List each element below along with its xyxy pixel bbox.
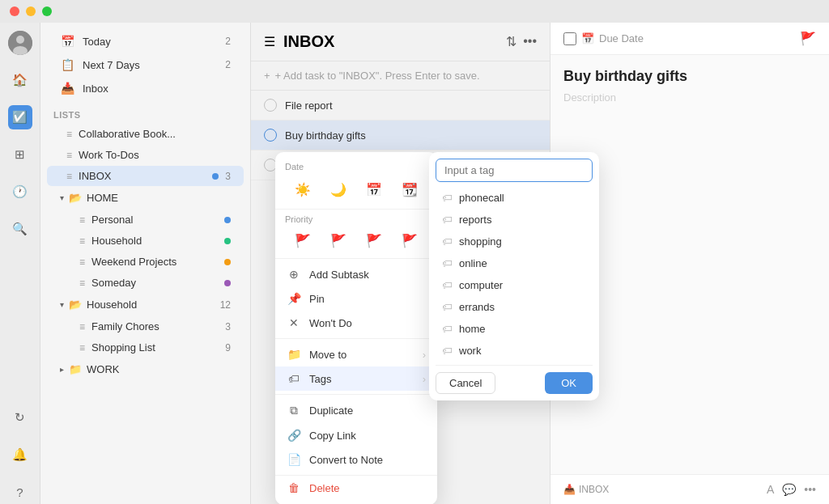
group-work-label: WORK bbox=[87, 363, 231, 375]
calendar-icon: 📅 bbox=[581, 32, 594, 44]
list-work-todos[interactable]: ≡ Work To-Dos bbox=[47, 145, 244, 165]
home-folder-icon: 📂 bbox=[69, 192, 82, 204]
date-schedule-icon[interactable]: 📆 bbox=[398, 178, 421, 201]
tags-ok-button[interactable]: OK bbox=[545, 372, 593, 394]
tag-work[interactable]: 🏷 work bbox=[436, 340, 593, 362]
nav-icon-help[interactable]: ? bbox=[8, 480, 32, 504]
ctx-duplicate[interactable]: ⧉ Duplicate bbox=[275, 398, 437, 423]
tag-icon: 🏷 bbox=[442, 192, 453, 204]
tags-cancel-button[interactable]: Cancel bbox=[436, 372, 495, 394]
weekend-dot bbox=[224, 259, 231, 265]
date-moon-icon[interactable]: 🌙 bbox=[327, 178, 350, 201]
footer-actions: A 💬 ••• bbox=[767, 483, 816, 496]
nav-today[interactable]: 📅 Today 2 bbox=[47, 30, 244, 53]
nav-icon-clock[interactable]: 🕐 bbox=[8, 180, 32, 204]
sidebar-main: 📅 Today 2 📋 Next 7 Days 2 📥 Inbox Lists … bbox=[40, 23, 250, 504]
date-sun-icon[interactable]: ☀️ bbox=[291, 178, 314, 201]
family-chores-count: 3 bbox=[225, 321, 231, 332]
tag-phonecall[interactable]: 🏷 phonecall bbox=[436, 187, 593, 209]
group-household-count: 12 bbox=[220, 299, 231, 311]
list-collaborative-label: Collaborative Book... bbox=[79, 128, 231, 140]
nav-next7days[interactable]: 📋 Next 7 Days 2 bbox=[47, 53, 244, 76]
ctx-delete[interactable]: 🗑 Delete bbox=[275, 476, 437, 500]
list-personal-label: Personal bbox=[91, 214, 218, 226]
list-weekend[interactable]: ≡ Weekend Projects bbox=[47, 252, 244, 272]
list-icon: ≡ bbox=[66, 171, 72, 182]
ctx-add-subtask[interactable]: ⊕ Add Subtask bbox=[275, 262, 437, 286]
list-family-chores[interactable]: ≡ Family Chores 3 bbox=[47, 316, 244, 337]
tag-home[interactable]: 🏷 home bbox=[436, 318, 593, 340]
footer-format-icon[interactable]: A bbox=[767, 483, 774, 496]
ctx-tags-label: Tags bbox=[309, 373, 414, 385]
list-collaborative[interactable]: ≡ Collaborative Book... bbox=[47, 124, 244, 144]
maximize-button[interactable] bbox=[42, 6, 52, 16]
sidebar-icons: 🏠 ☑️ ⊞ 🕐 🔍 ↻ 🔔 ? bbox=[0, 23, 40, 504]
list-shopping-list[interactable]: ≡ Shopping List 9 bbox=[47, 337, 244, 358]
nav-inbox[interactable]: 📥 Inbox bbox=[47, 77, 244, 100]
detail-checkbox[interactable] bbox=[563, 32, 576, 45]
footer-more-icon[interactable]: ••• bbox=[804, 483, 816, 496]
due-date-label: Due Date bbox=[599, 32, 644, 44]
list-household-home[interactable]: ≡ Household bbox=[47, 231, 244, 251]
tag-icon: 🏷 bbox=[442, 345, 453, 357]
list-icon: ≡ bbox=[79, 214, 85, 226]
tags-footer: Cancel OK bbox=[436, 365, 593, 394]
footer-comment-icon[interactable]: 💬 bbox=[782, 483, 796, 496]
ctx-pin[interactable]: 📌 Pin bbox=[275, 286, 437, 311]
shopping-count: 9 bbox=[225, 342, 231, 354]
ctx-wont-do[interactable]: ✕ Won't Do bbox=[275, 311, 437, 335]
flag-icon[interactable]: 🚩 bbox=[800, 31, 816, 46]
priority-section: Priority 🚩 🚩 🚩 🚩 bbox=[275, 210, 437, 259]
tag-online-label: online bbox=[459, 257, 487, 269]
group-home[interactable]: ▾ 📂 HOME bbox=[47, 187, 244, 209]
close-button[interactable] bbox=[10, 6, 19, 16]
arrow-icon: › bbox=[423, 373, 426, 385]
duplicate-icon: ⧉ bbox=[287, 404, 301, 417]
priority-flag-3[interactable]: 🚩 bbox=[363, 229, 385, 252]
group-work[interactable]: ▸ 📁 WORK bbox=[47, 358, 244, 380]
tag-errands[interactable]: 🏷 errands bbox=[436, 296, 593, 318]
group-household[interactable]: ▾ 📂 Household 12 bbox=[47, 294, 244, 316]
nav-icon-apps[interactable]: ⊞ bbox=[8, 142, 32, 167]
tag-shopping[interactable]: 🏷 shopping bbox=[436, 231, 593, 252]
ctx-copy-link[interactable]: 🔗 Copy Link bbox=[275, 423, 437, 447]
today-icon: 📅 bbox=[60, 35, 74, 48]
priority-flag-1[interactable]: 🚩 bbox=[291, 229, 314, 252]
nav-icon-tasks[interactable]: ☑️ bbox=[8, 105, 32, 129]
detail-task-title: Buy birthday gifts bbox=[563, 68, 816, 85]
ctx-tags[interactable]: 🏷 Tags › bbox=[275, 366, 437, 391]
ctx-move-to[interactable]: 📁 Move to › bbox=[275, 342, 437, 366]
copy-link-icon: 🔗 bbox=[287, 429, 301, 442]
tag-computer[interactable]: 🏷 computer bbox=[436, 274, 593, 296]
avatar[interactable] bbox=[8, 31, 32, 55]
nav-icon-bell[interactable]: 🔔 bbox=[8, 443, 32, 467]
priority-label: Priority bbox=[275, 213, 437, 226]
nav-today-label: Today bbox=[83, 36, 217, 48]
list-someday[interactable]: ≡ Someday bbox=[47, 273, 244, 293]
pin-icon: 📌 bbox=[287, 292, 301, 305]
nav-icon-sync[interactable]: ↻ bbox=[8, 405, 32, 430]
list-personal[interactable]: ≡ Personal bbox=[47, 210, 244, 230]
right-header: 📅 Due Date 🚩 bbox=[551, 23, 829, 55]
priority-flag-none[interactable]: 🚩 bbox=[398, 229, 421, 252]
footer-list-icon: 📥 bbox=[563, 484, 576, 495]
priority-flag-2[interactable]: 🚩 bbox=[327, 229, 350, 252]
tag-reports[interactable]: 🏷 reports bbox=[436, 209, 593, 231]
ctx-copy-link-label: Copy Link bbox=[309, 430, 426, 442]
date-calendar-icon[interactable]: 📅 bbox=[363, 178, 385, 201]
list-inbox[interactable]: ≡ INBOX 3 bbox=[47, 166, 244, 186]
nav-icon-search[interactable]: 🔍 bbox=[8, 217, 32, 241]
nav-icon-home[interactable]: 🏠 bbox=[8, 68, 32, 92]
minimize-button[interactable] bbox=[26, 6, 36, 16]
nav-today-count: 2 bbox=[225, 36, 231, 47]
group-household-label: Household bbox=[87, 299, 215, 311]
tag-online[interactable]: 🏷 online bbox=[436, 252, 593, 274]
list-icon: ≡ bbox=[79, 277, 85, 289]
description-placeholder: Description bbox=[563, 91, 816, 104]
convert-note-icon: 📄 bbox=[287, 453, 301, 466]
personal-dot bbox=[224, 217, 231, 223]
extra-section: ⧉ Duplicate 🔗 Copy Link 📄 Convert to Not… bbox=[275, 395, 437, 476]
next7days-icon: 📋 bbox=[60, 58, 74, 71]
tag-search-input[interactable] bbox=[436, 159, 593, 182]
ctx-convert-note[interactable]: 📄 Convert to Note bbox=[275, 447, 437, 472]
